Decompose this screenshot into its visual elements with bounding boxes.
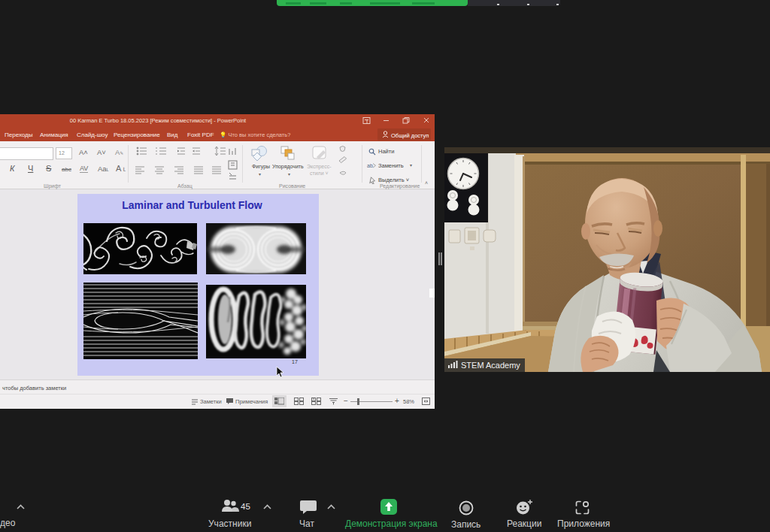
svg-text:STEM Academy: STEM Academy [461,361,520,370]
svg-text:ab: ab [367,163,373,168]
